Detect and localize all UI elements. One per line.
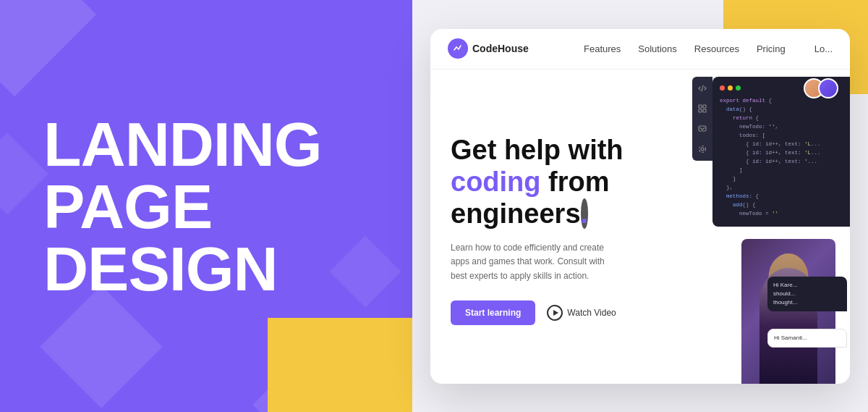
svg-rect-5 [699, 126, 706, 131]
nav-features[interactable]: Features [584, 43, 621, 54]
left-title: LANDING PAGE DESIGN [43, 113, 322, 300]
code-panel: export default { data() { return { newTo… [712, 77, 850, 227]
heading-highlight: coding [451, 167, 541, 197]
dot-red [720, 85, 725, 91]
watch-video-label: Watch Video [567, 308, 616, 318]
svg-rect-3 [699, 109, 702, 112]
diamond-decoration-tl [0, 0, 96, 96]
chat-bubble-2: Hi Samanti... [767, 329, 847, 348]
watch-video-button[interactable]: Watch Video [547, 305, 616, 321]
play-icon [547, 305, 563, 321]
heading-from: from [548, 167, 609, 197]
nav-pricing[interactable]: Pricing [757, 43, 786, 54]
svg-point-7 [699, 146, 706, 152]
message-icon [697, 123, 708, 135]
person-image [741, 239, 835, 384]
chat-bubble-2-text: Hi Samanti... [774, 335, 807, 341]
title-line-2: PAGE [43, 175, 322, 237]
hero-buttons: Start learning Watch Video [451, 300, 656, 325]
title-line-3: DESIGN [43, 237, 322, 300]
svg-rect-4 [703, 109, 706, 112]
diamond-decoration-right [330, 236, 401, 308]
yellow-accent-left [268, 318, 412, 412]
heading-part1: Get help with [451, 135, 624, 165]
logo-text: CodeHouse [472, 43, 529, 54]
grid-icon [697, 103, 708, 114]
play-triangle [553, 310, 558, 316]
code-content: export default { data() { return { newTo… [720, 96, 843, 218]
svg-rect-1 [699, 105, 702, 108]
avatar-2 [818, 78, 838, 98]
browser-card: CodeHouse Features Solutions Resources P… [430, 29, 850, 384]
dot-green [736, 85, 741, 91]
avatar-group [804, 78, 838, 98]
nav-resources[interactable]: Resources [694, 43, 739, 54]
svg-rect-2 [703, 105, 706, 108]
svg-line-0 [702, 85, 703, 91]
left-section: LANDING PAGE DESIGN [0, 0, 412, 412]
code-sidebar-icons [692, 77, 712, 161]
title-line-1: LANDING [43, 113, 322, 175]
card-navbar: CodeHouse Features Solutions Resources P… [430, 29, 850, 70]
diamond-decoration-mid [0, 133, 48, 214]
code-icon [697, 83, 708, 94]
hero-text-area: Get help with coding from engineers. Lea… [430, 70, 676, 384]
hero-heading: Get help with coding from engineers. [451, 135, 656, 230]
dot-yellow [728, 85, 733, 91]
nav-links: Features Solutions Resources Pricing Lo.… [584, 43, 833, 54]
chat-bubble-1: Hi Kare...should...thought... [767, 277, 847, 311]
hero-visual: export default { data() { return { newTo… [676, 70, 850, 384]
card-body: Get help with coding from engineers. Lea… [430, 70, 850, 384]
heading-part3: engineers. [451, 198, 588, 229]
diamond-decoration-bl [40, 285, 163, 408]
start-learning-button[interactable]: Start learning [451, 300, 535, 325]
chat-bubble-1-text: Hi Kare...should...thought... [773, 282, 797, 306]
right-section: CodeHouse Features Solutions Resources P… [412, 0, 868, 412]
logo: CodeHouse [448, 38, 529, 59]
settings-icon [697, 143, 708, 155]
nav-login[interactable]: Lo... [814, 43, 833, 54]
logo-icon [448, 38, 468, 59]
nav-solutions[interactable]: Solutions [638, 43, 676, 54]
hero-subtext: Learn how to code efficiently and create… [451, 241, 610, 283]
svg-point-6 [701, 148, 704, 151]
